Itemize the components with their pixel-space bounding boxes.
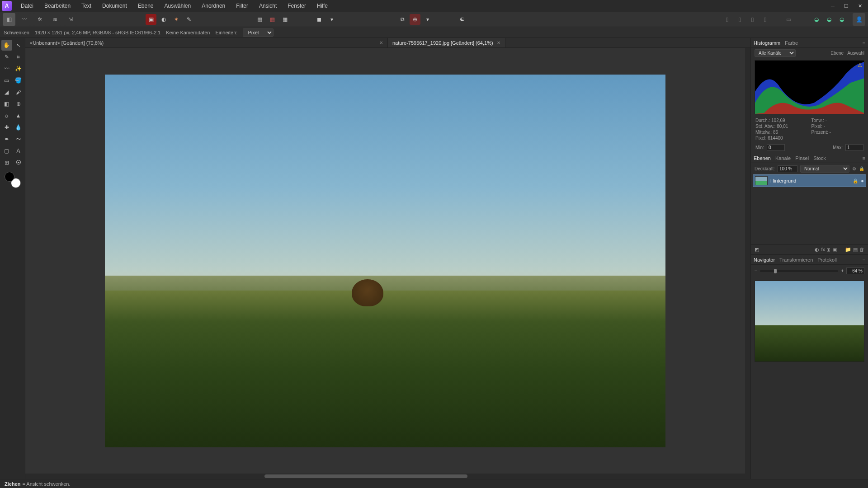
add-stock2-icon[interactable]: ◒ — [824, 14, 835, 25]
account-button[interactable]: 👤 — [853, 13, 865, 26]
persona-liquify[interactable]: 〰 — [18, 13, 31, 26]
add-layer-icon[interactable]: ▤ — [853, 247, 858, 253]
magicwand-tool[interactable]: ✨ — [13, 63, 24, 74]
autowhite-icon[interactable]: ✎ — [184, 14, 194, 25]
hand-tool[interactable]: ✋ — [1, 40, 12, 51]
snap-dropdown-icon[interactable]: ▾ — [422, 14, 433, 25]
blendmode-select[interactable]: Normal — [800, 165, 849, 173]
scrollbar-thumb[interactable] — [264, 474, 467, 478]
arrange-back-icon[interactable]: ▯ — [722, 14, 732, 25]
opacity-input[interactable] — [778, 165, 797, 172]
paintbrush-tool[interactable]: 🖌 — [13, 87, 24, 98]
menu-hilfe[interactable]: Hilfe — [311, 1, 333, 11]
arrange-front-icon[interactable]: ▯ — [760, 14, 770, 25]
histogram-mode-ebene[interactable]: Ebene — [830, 51, 844, 56]
move-tool[interactable]: ↖ — [13, 40, 24, 51]
zoom-tool[interactable]: ⦿ — [13, 157, 24, 168]
inpaint-tool[interactable]: ✚ — [1, 122, 12, 133]
min-input[interactable] — [767, 144, 785, 151]
tab-protokoll[interactable]: Protokoll — [817, 257, 837, 263]
group-icon[interactable]: 📁 — [845, 247, 851, 253]
erase-tool[interactable]: ◧ — [1, 99, 12, 109]
persona-photo[interactable]: ◧ — [3, 13, 15, 26]
live-filter-icon[interactable]: ⧗ — [827, 247, 830, 253]
autocolor-icon[interactable]: ✶ — [171, 14, 182, 25]
delete-layer-icon[interactable]: 🗑 — [859, 247, 864, 253]
tab-kanaele[interactable]: Kanäle — [775, 155, 791, 161]
menu-fenster[interactable]: Fenster — [282, 1, 311, 11]
units-select[interactable]: Pixel — [243, 28, 274, 37]
tab-transformieren[interactable]: Transformieren — [779, 257, 813, 263]
tab-histogramm[interactable]: Histogramm — [754, 40, 780, 46]
menu-datei[interactable]: Datei — [15, 1, 39, 11]
pen-tool[interactable]: ✒ — [1, 134, 12, 145]
zoom-out-button[interactable]: − — [755, 268, 757, 273]
layer-gear-icon[interactable]: ⚙ — [852, 166, 856, 171]
select-all-icon[interactable]: ▦ — [254, 14, 265, 25]
menu-ansicht[interactable]: Ansicht — [254, 1, 282, 11]
mask-icon[interactable]: ▣ — [832, 247, 837, 253]
canvas-viewport[interactable] — [25, 48, 745, 474]
close-icon[interactable]: ✕ — [379, 40, 383, 45]
persona-export[interactable]: ⇲ — [64, 13, 77, 26]
tab-farbe[interactable]: Farbe — [785, 40, 798, 46]
scrollbar-vertical[interactable] — [745, 48, 750, 474]
panel-menu-icon[interactable]: ≡ — [863, 40, 865, 46]
persona-tone[interactable]: ≋ — [49, 13, 61, 26]
menu-filter[interactable]: Filter — [231, 1, 254, 11]
tab-navigator[interactable]: Navigator — [754, 257, 775, 263]
deselect-icon[interactable]: ▦ — [267, 14, 278, 25]
histogram-mode-auswahl[interactable]: Auswahl — [847, 51, 864, 56]
reselect-icon[interactable]: ▦ — [279, 14, 290, 25]
shape-tool[interactable]: ▢ — [1, 145, 12, 156]
persona-develop[interactable]: ✲ — [33, 13, 46, 26]
zoom-value-input[interactable] — [846, 267, 864, 274]
flood-tool[interactable]: 🪣 — [13, 75, 24, 86]
tab-stock[interactable]: Stock — [813, 155, 826, 161]
histogram-channel-select[interactable]: Alle Kanäle — [755, 49, 796, 57]
assistant-icon[interactable]: ☯ — [457, 14, 467, 25]
clone-tool[interactable]: ⊕ — [13, 99, 24, 109]
zoom-in-button[interactable]: + — [841, 268, 844, 273]
layer-lock-icon[interactable]: 🔒 — [859, 166, 864, 171]
close-button[interactable]: ✕ — [854, 1, 866, 10]
arrange-frontone-icon[interactable]: ▯ — [747, 14, 758, 25]
lock-icon[interactable]: 🔒 — [853, 178, 858, 183]
autocontrast-icon[interactable]: ▣ — [146, 14, 156, 25]
align-icon[interactable]: ▭ — [783, 14, 794, 25]
fx-icon[interactable]: fx — [821, 247, 825, 253]
panel-menu-icon[interactable]: ≡ — [863, 155, 865, 161]
crop-snap-icon[interactable]: ⧉ — [397, 14, 408, 25]
quickmask-icon[interactable]: ◼ — [314, 14, 325, 25]
mask-layer-icon[interactable]: ◩ — [755, 247, 759, 253]
document-tab-1[interactable]: <Unbenannt> [Geändert] (70,8%) ✕ — [25, 38, 388, 47]
scrollbar-horizontal[interactable] — [25, 474, 750, 479]
maximize-button[interactable]: ☐ — [840, 1, 853, 10]
menu-bearbeiten[interactable]: Bearbeiten — [39, 1, 76, 11]
smudge-tool[interactable]: 〜 — [13, 134, 24, 145]
zoom-slider[interactable] — [760, 270, 838, 272]
stamp-tool[interactable]: ▲ — [13, 110, 24, 121]
selectionbrush-tool[interactable]: 〰 — [1, 63, 12, 74]
quickmask-dropdown-icon[interactable]: ▾ — [326, 14, 337, 25]
tab-pinsel[interactable]: Pinsel — [795, 155, 809, 161]
max-input[interactable] — [845, 144, 863, 151]
layer-row[interactable]: Hintergrund 🔒 ● — [753, 174, 866, 187]
mesh-tool[interactable]: ⊞ — [1, 157, 12, 168]
close-icon[interactable]: ✕ — [497, 40, 500, 45]
color-wells[interactable] — [5, 172, 21, 188]
menu-dokument[interactable]: Dokument — [97, 1, 132, 11]
arrange-backone-icon[interactable]: ▯ — [734, 14, 745, 25]
menu-ebene[interactable]: Ebene — [132, 1, 159, 11]
text-tool[interactable]: A — [13, 145, 24, 156]
foreground-color-well[interactable] — [5, 172, 14, 182]
tab-ebenen[interactable]: Ebenen — [754, 155, 771, 161]
colorpicker-tool[interactable]: ✎ — [1, 52, 12, 62]
autolevels-icon[interactable]: ◐ — [158, 14, 169, 25]
menu-auswaehlen[interactable]: Auswählen — [159, 1, 196, 11]
canvas[interactable] — [105, 75, 665, 447]
dodge-tool[interactable]: ☼ — [1, 110, 12, 121]
menu-text[interactable]: Text — [76, 1, 97, 11]
gradient-tool[interactable]: ◢ — [1, 87, 12, 98]
visibility-icon[interactable]: ● — [861, 178, 864, 183]
